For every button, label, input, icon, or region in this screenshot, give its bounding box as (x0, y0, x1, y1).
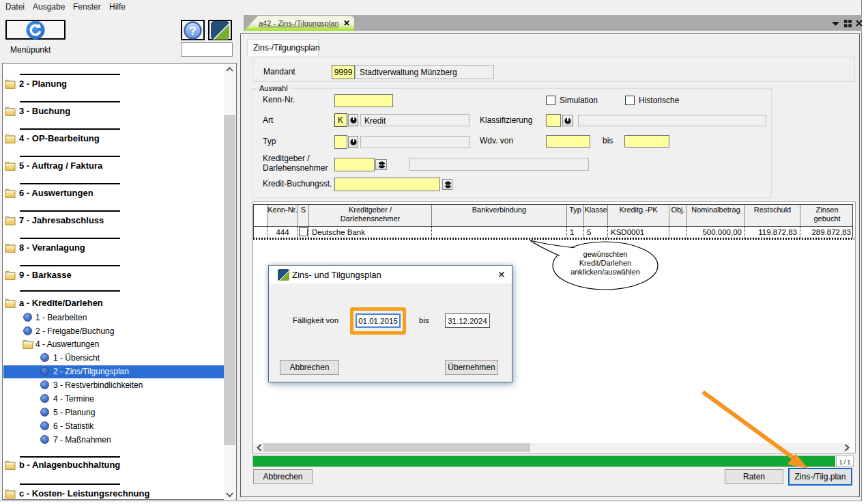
svg-text:Kredit/Darlehen: Kredit/Darlehen (579, 259, 631, 267)
svg-text:gewünschten: gewünschten (583, 250, 628, 258)
svg-text:?: ? (189, 25, 196, 38)
svg-text:anklicken/auswählen: anklicken/auswählen (570, 268, 640, 276)
